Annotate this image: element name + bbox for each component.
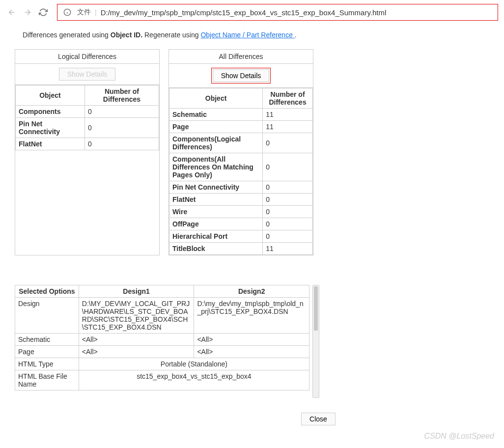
table-row: OffPage0 xyxy=(169,218,313,230)
file-label: 文件 xyxy=(77,8,91,17)
info-icon xyxy=(61,6,73,18)
logical-title: Logical Differences xyxy=(15,50,159,64)
all-show-details-button[interactable]: Show Details xyxy=(213,69,270,82)
table-row: FlatNet0 xyxy=(169,194,313,206)
col-selected-options: Selected Options xyxy=(15,285,79,298)
table-row: Components0 xyxy=(16,106,159,118)
close-button[interactable]: Close xyxy=(301,413,336,425)
table-row: HTML Base File Name stc15_exp_box4_vs_st… xyxy=(15,370,309,391)
table-row: Wire0 xyxy=(169,206,313,218)
col-number: Number of Differences xyxy=(263,88,313,109)
col-number: Number of Differences xyxy=(84,85,159,106)
scrollbar[interactable] xyxy=(312,285,319,398)
reload-icon[interactable] xyxy=(37,6,49,18)
table-row: HTML Type Portable (Standalone) xyxy=(15,358,309,370)
table-row: TitleBlock11 xyxy=(169,243,313,255)
all-differences-box: All Differences Show Details ObjectNumbe… xyxy=(168,49,313,255)
table-row: Schematic <All> <All> xyxy=(15,334,309,346)
regenerate-link[interactable]: Object Name / Part Reference xyxy=(200,31,294,39)
col-design1: Design1 xyxy=(79,285,194,298)
table-row: FlatNet0 xyxy=(16,138,159,150)
logical-show-details-button[interactable]: Show Details xyxy=(59,68,116,81)
table-row: Pin Net Connectivity0 xyxy=(169,181,313,194)
table-row: Schematic11 xyxy=(169,109,313,121)
table-row: Components(Logical Differences)0 xyxy=(169,133,313,153)
forward-icon[interactable] xyxy=(22,6,33,18)
table-row: Design D:\MY_DEV\MY_LOCAL_GIT_PRJ\HARDWA… xyxy=(15,298,309,334)
col-object: Object xyxy=(16,85,85,106)
selected-options-table: Selected Options Design1 Design2 Design … xyxy=(15,285,309,391)
table-row: Hierarchical Port0 xyxy=(169,230,313,243)
table-row: Pin Net Connectivity0 xyxy=(16,118,159,138)
url-text: D:/my_dev/my_tmp/spb_tmp/cmp/stc15_exp_b… xyxy=(101,8,494,17)
address-bar[interactable]: 文件 | D:/my_dev/my_tmp/spb_tmp/cmp/stc15_… xyxy=(57,4,498,21)
table-row: Page11 xyxy=(169,121,313,133)
intro-text: Differences generated using Object ID. R… xyxy=(23,29,494,40)
col-object: Object xyxy=(169,88,263,109)
watermark: CSDN @LostSpeed xyxy=(424,432,494,435)
table-row: Page <All> <All> xyxy=(15,346,309,358)
logical-differences-box: Logical Differences Show Details ObjectN… xyxy=(15,49,160,255)
back-icon[interactable] xyxy=(6,6,18,18)
table-row: Components(All Differences On Matching P… xyxy=(169,153,313,181)
col-design2: Design2 xyxy=(194,285,309,298)
all-title: All Differences xyxy=(169,50,313,64)
